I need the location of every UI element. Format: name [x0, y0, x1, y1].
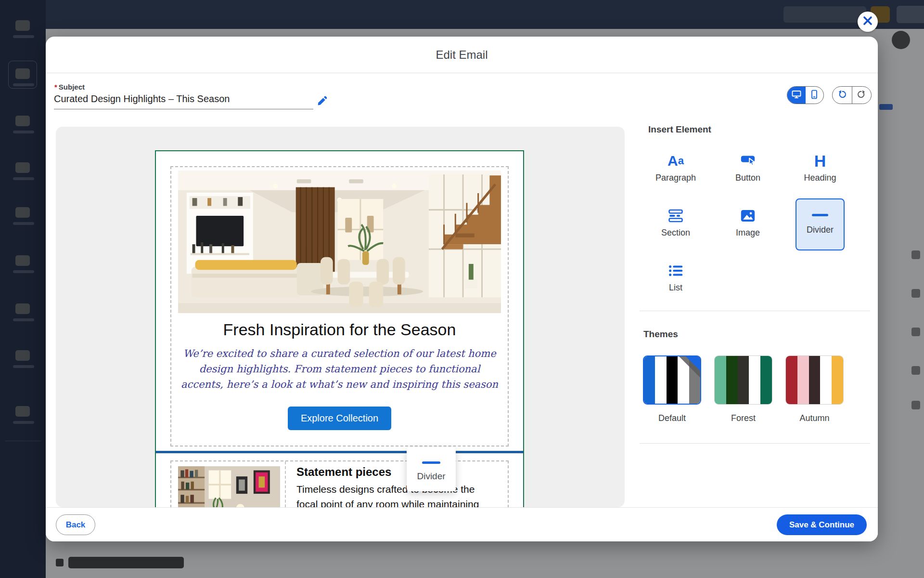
email-heading[interactable]: Fresh Inspiration for the Season: [178, 320, 501, 339]
mobile-icon: [811, 90, 818, 101]
themes-title: Themes: [643, 329, 678, 340]
desktop-icon: [791, 90, 802, 101]
insert-item-list[interactable]: List: [640, 251, 712, 306]
redo-icon: [857, 90, 866, 101]
edit-pencil-icon[interactable]: [316, 95, 328, 107]
theme-forest-swatch: [714, 355, 772, 405]
section-image-cell[interactable]: [171, 461, 286, 507]
insert-item-heading[interactable]: H Heading: [784, 142, 856, 197]
history-controls: [832, 86, 872, 104]
email-body[interactable]: Fresh Inspiration for the Season We’re e…: [155, 150, 524, 507]
email-intro-text[interactable]: We’re excited to share a curated selecti…: [181, 346, 499, 392]
divider-icon: [812, 214, 828, 216]
theme-default-swatch: [643, 355, 701, 405]
divider-drag-ghost[interactable]: Divider: [407, 447, 456, 491]
modal-header: Edit Email: [46, 37, 878, 73]
statement-image[interactable]: [178, 466, 280, 507]
subject-label: *Subject: [54, 83, 85, 91]
redo-button[interactable]: [852, 87, 872, 104]
image-icon: [740, 207, 756, 224]
section-text-cell[interactable]: Statement pieces Timeless designs crafte…: [286, 461, 508, 507]
save-continue-button[interactable]: Save & Continue: [777, 514, 867, 535]
edit-email-modal: Edit Email *Subject Curated Design Highl…: [46, 37, 878, 541]
list-icon: [667, 262, 684, 279]
divider-icon: [422, 461, 440, 464]
undo-button[interactable]: [833, 87, 852, 104]
desktop-view-button[interactable]: [787, 87, 806, 104]
insert-item-section[interactable]: Section: [640, 197, 712, 251]
section-heading[interactable]: Statement pieces: [296, 465, 498, 479]
button-icon: [740, 152, 756, 170]
modal-title: Edit Email: [436, 48, 488, 62]
required-marker: *: [54, 83, 57, 91]
theme-forest[interactable]: Forest: [714, 355, 772, 423]
mobile-view-button[interactable]: [806, 87, 824, 104]
theme-autumn-swatch: [785, 355, 844, 405]
email-canvas: Fresh Inspiration for the Season We’re e…: [56, 127, 625, 507]
insert-item-image[interactable]: Image: [712, 197, 784, 251]
statement-pieces-section[interactable]: Statement pieces Timeless designs crafte…: [170, 460, 509, 507]
section-icon: [667, 207, 684, 224]
panel-divider: [640, 311, 870, 311]
insert-element-title: Insert Element: [648, 124, 711, 135]
divider-ghost-label: Divider: [407, 471, 456, 482]
theme-autumn[interactable]: Autumn: [785, 355, 844, 423]
back-button[interactable]: Back: [56, 514, 95, 535]
subject-input[interactable]: Curated Design Highlights – This Season: [54, 93, 313, 109]
insert-element-grid: Aa Paragraph Button H Heading Section Im…: [640, 142, 863, 306]
paragraph-icon: Aa: [667, 152, 684, 170]
theme-selected-corner: [686, 356, 700, 371]
divider-selected-card: Divider: [796, 198, 845, 250]
device-preview-toggle: [787, 86, 824, 104]
panel-divider: [640, 443, 870, 444]
themes-row: Default Forest Autumn: [643, 355, 844, 423]
hero-section[interactable]: Fresh Inspiration for the Season We’re e…: [170, 166, 509, 447]
explore-collection-button[interactable]: Explore Collection: [288, 407, 391, 430]
modal-footer: Back Save & Continue: [46, 507, 878, 541]
insert-item-paragraph[interactable]: Aa Paragraph: [640, 142, 712, 197]
theme-default[interactable]: Default: [643, 355, 701, 423]
close-button[interactable]: [858, 12, 878, 32]
insert-item-button[interactable]: Button: [712, 142, 784, 197]
undo-icon: [837, 90, 847, 101]
heading-icon: H: [814, 152, 826, 170]
subject-row: Curated Design Highlights – This Season: [54, 93, 313, 109]
email-divider-element[interactable]: [156, 451, 523, 453]
section-body-text[interactable]: Timeless designs crafted to become the f…: [296, 482, 498, 507]
hero-image[interactable]: [178, 171, 501, 313]
insert-item-divider[interactable]: Divider: [784, 197, 856, 251]
close-icon: [862, 15, 873, 28]
